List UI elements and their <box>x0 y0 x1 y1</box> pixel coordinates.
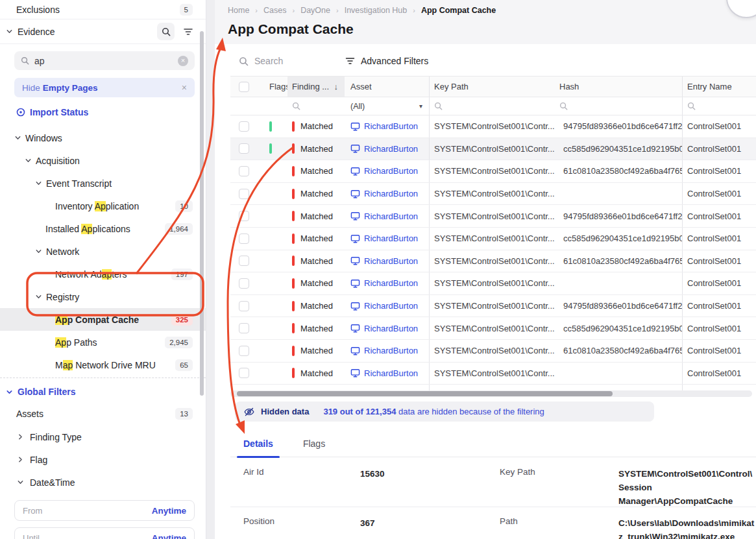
tree-item[interactable]: Map Network Drive MRU65 <box>0 353 206 376</box>
checkbox[interactable] <box>239 234 249 244</box>
tree-item[interactable]: Inventory Application10 <box>0 195 206 217</box>
sidebar-item-exclusions[interactable]: Exclusions 5 <box>0 0 206 19</box>
header-entry-name[interactable]: Entry Name <box>682 77 756 97</box>
row-asset-cell[interactable]: RichardBurton <box>345 340 429 362</box>
sort-desc-icon[interactable]: ↓ <box>334 82 339 91</box>
close-icon[interactable]: × <box>182 82 187 93</box>
asset-link[interactable]: RichardBurton <box>364 278 418 288</box>
row-asset-cell[interactable]: RichardBurton <box>345 228 429 250</box>
row-asset-cell[interactable]: RichardBurton <box>345 317 429 339</box>
row-checkbox-cell[interactable] <box>230 138 259 160</box>
table-row[interactable]: MatchedRichardBurtonSYSTEM\ControlSet001… <box>230 115 756 138</box>
date-until-input[interactable]: Until Anytime <box>14 527 195 539</box>
row-checkbox-cell[interactable] <box>230 115 259 138</box>
asset-filter-dropdown[interactable]: (All)▾ <box>345 97 429 115</box>
table-row[interactable]: MatchedRichardBurtonSYSTEM\ControlSet001… <box>230 272 756 295</box>
row-asset-cell[interactable]: RichardBurton <box>345 272 429 294</box>
breadcrumb-item[interactable]: App Compat Cache <box>421 6 496 15</box>
row-checkbox-cell[interactable] <box>230 228 259 250</box>
asset-link[interactable]: RichardBurton <box>364 144 418 154</box>
header-key-path[interactable]: Key Path <box>429 77 555 97</box>
table-row[interactable]: MatchedRichardBurtonSYSTEM\ControlSet001… <box>230 363 756 385</box>
checkbox[interactable] <box>239 346 249 356</box>
advanced-filters-button[interactable]: Advanced Filters <box>345 56 428 66</box>
from-anytime-value[interactable]: Anytime <box>152 506 186 516</box>
row-asset-cell[interactable]: RichardBurton <box>345 295 429 317</box>
filter-flag[interactable]: Flag <box>0 448 206 471</box>
filter-assets[interactable]: Assets 13 <box>0 402 206 425</box>
checkbox[interactable] <box>239 166 249 176</box>
hide-empty-pages-chip[interactable]: Hide Empty Pages × <box>14 78 195 97</box>
row-checkbox-cell[interactable] <box>230 205 259 227</box>
filter-datetime[interactable]: Date&Time <box>0 471 206 494</box>
asset-link[interactable]: RichardBurton <box>364 346 418 355</box>
floating-help-button[interactable] <box>726 0 756 18</box>
checkbox[interactable] <box>239 256 249 266</box>
tree-item[interactable]: Network <box>0 240 206 263</box>
checkbox[interactable] <box>239 82 249 92</box>
select-all-checkbox-cell[interactable] <box>230 77 259 97</box>
row-checkbox-cell[interactable] <box>230 295 259 317</box>
asset-link[interactable]: RichardBurton <box>364 234 418 243</box>
asset-link[interactable]: RichardBurton <box>364 166 418 176</box>
header-hash[interactable]: Hash <box>555 77 682 97</box>
breadcrumb-item[interactable]: Home <box>228 6 249 15</box>
table-row[interactable]: MatchedRichardBurtonSYSTEM\ControlSet001… <box>230 205 756 228</box>
row-asset-cell[interactable]: RichardBurton <box>345 160 429 182</box>
row-checkbox-cell[interactable] <box>230 160 259 182</box>
checkbox[interactable] <box>239 368 249 378</box>
breadcrumb-item[interactable]: Cases <box>263 6 286 15</box>
hash-filter-input[interactable] <box>555 97 682 115</box>
key-path-filter-input[interactable] <box>429 97 555 115</box>
evidence-search-input[interactable]: ap × <box>14 51 195 70</box>
tree-item[interactable]: Network Adapters197 <box>0 263 206 285</box>
breadcrumb-item[interactable]: DayOne <box>300 6 330 15</box>
filter-finding-type[interactable]: Finding Type <box>0 425 206 448</box>
tree-item[interactable]: Windows <box>0 126 206 149</box>
asset-link[interactable]: RichardBurton <box>364 324 418 333</box>
checkbox[interactable] <box>239 189 249 199</box>
tree-item[interactable]: Acquisition <box>0 149 206 172</box>
breadcrumb-item[interactable]: Investigation Hub <box>345 6 408 15</box>
checkbox[interactable] <box>239 143 249 154</box>
clear-search-button[interactable]: × <box>178 56 188 66</box>
entry-name-filter-input[interactable] <box>682 97 756 115</box>
row-asset-cell[interactable]: RichardBurton <box>345 205 429 227</box>
horizontal-scrollbar[interactable] <box>230 390 752 397</box>
table-row[interactable]: MatchedRichardBurtonSYSTEM\ControlSet001… <box>230 228 756 250</box>
table-row[interactable]: MatchedRichardBurtonSYSTEM\ControlSet001… <box>230 160 756 183</box>
checkbox[interactable] <box>239 121 249 132</box>
checkbox[interactable] <box>239 278 249 289</box>
evidence-search-button[interactable] <box>157 23 175 40</box>
row-asset-cell[interactable]: RichardBurton <box>345 138 429 160</box>
row-checkbox-cell[interactable] <box>230 340 259 362</box>
scrollbar-thumb[interactable] <box>237 391 613 396</box>
row-asset-cell[interactable]: RichardBurton <box>345 250 429 272</box>
header-finding[interactable]: Finding ...↓ <box>287 77 345 97</box>
finding-filter-input[interactable] <box>287 97 345 115</box>
row-checkbox-cell[interactable] <box>230 363 259 385</box>
asset-link[interactable]: RichardBurton <box>364 121 418 131</box>
row-checkbox-cell[interactable] <box>230 183 259 205</box>
evidence-filter-button[interactable] <box>179 23 197 40</box>
asset-link[interactable]: RichardBurton <box>364 256 418 266</box>
checkbox[interactable] <box>239 323 249 333</box>
table-row[interactable]: MatchedRichardBurtonSYSTEM\ControlSet001… <box>230 317 756 340</box>
sidebar-scrollbar[interactable] <box>200 31 204 396</box>
tree-item[interactable]: Event Transcript <box>0 172 206 195</box>
checkbox[interactable] <box>239 301 249 311</box>
asset-link[interactable]: RichardBurton <box>364 211 418 221</box>
until-anytime-value[interactable]: Anytime <box>152 533 186 539</box>
row-asset-cell[interactable]: RichardBurton <box>345 363 429 385</box>
import-status-link[interactable]: Import Status <box>16 107 206 117</box>
table-row[interactable]: MatchedRichardBurtonSYSTEM\ControlSet001… <box>230 183 756 206</box>
table-row[interactable]: MatchedRichardBurtonSYSTEM\ControlSet001… <box>230 295 756 318</box>
table-row[interactable]: MatchedRichardBurtonSYSTEM\ControlSet001… <box>230 340 756 363</box>
header-flags[interactable]: Flags <box>259 77 287 97</box>
row-asset-cell[interactable]: RichardBurton <box>345 115 429 138</box>
evidence-section-header[interactable]: Evidence <box>0 19 206 44</box>
tree-item[interactable]: Installed Applications1,964 <box>0 217 206 240</box>
row-checkbox-cell[interactable] <box>230 250 259 272</box>
tree-item[interactable]: App Paths2,945 <box>0 331 206 353</box>
asset-link[interactable]: RichardBurton <box>364 368 418 378</box>
